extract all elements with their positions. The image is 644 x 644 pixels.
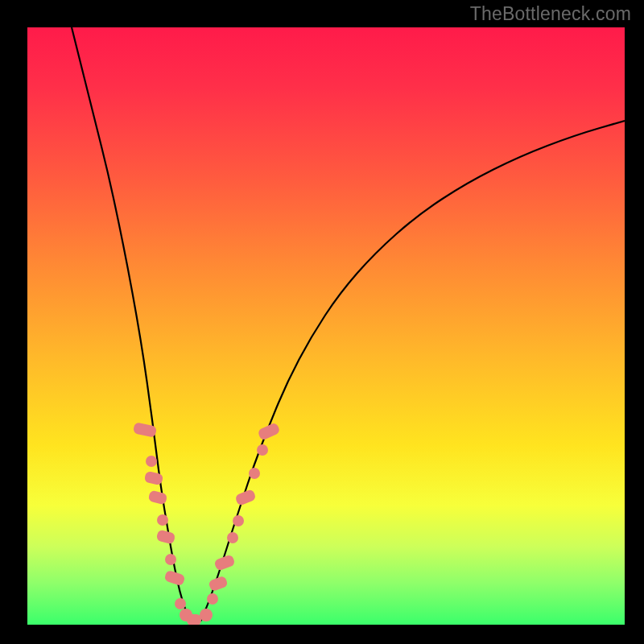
marker-dot (249, 468, 260, 479)
marker-dot (207, 593, 218, 605)
marker-dot (157, 514, 168, 526)
chart-frame: TheBottleneck.com (0, 0, 644, 644)
marker-dot (257, 444, 268, 456)
marker-dot (233, 515, 244, 526)
marker-dot (165, 554, 176, 565)
marker-pill (148, 490, 168, 506)
chart-plot-area (27, 27, 625, 625)
marker-dot (175, 598, 186, 609)
marker-pill (208, 576, 228, 592)
marker-dot (227, 532, 238, 543)
curve-markers (133, 422, 281, 625)
curve-right (200, 121, 625, 621)
watermark-label: TheBottleneck.com (470, 3, 631, 25)
curve-left (72, 27, 191, 621)
chart-svg (27, 27, 625, 625)
marker-dot (200, 609, 213, 621)
marker-pill (156, 529, 176, 544)
marker-dot (146, 456, 157, 467)
marker-pill (187, 614, 201, 625)
marker-pill (144, 471, 163, 485)
marker-pill (163, 570, 185, 587)
